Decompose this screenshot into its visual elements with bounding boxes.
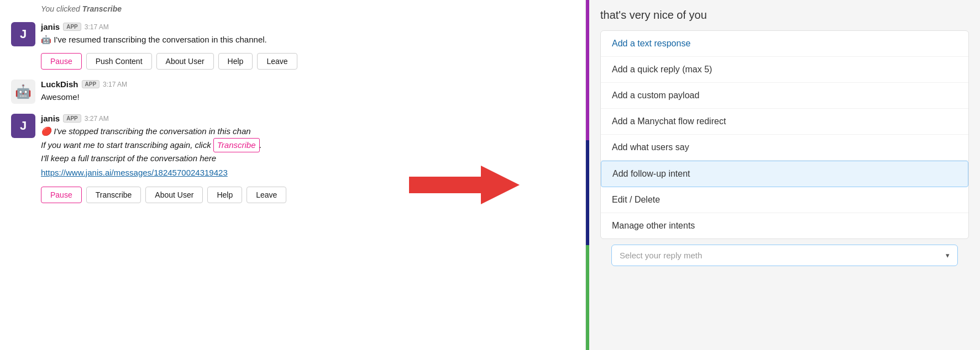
manage-intents-label: Manage other intents <box>612 221 695 230</box>
pause-button-2[interactable]: Pause <box>41 187 82 203</box>
timestamp-janis-1: 3:17 AM <box>85 23 109 31</box>
add-quick-reply-item[interactable]: Add a quick reply (max 5) <box>601 57 968 83</box>
chat-message-janis-1: J janis APP 3:17 AM 🤖 I've resumed trans… <box>11 22 574 46</box>
chevron-down-icon: ▾ <box>946 251 950 259</box>
transcribe-link[interactable]: Transcribe <box>213 138 260 153</box>
leave-button-1[interactable]: Leave <box>257 53 297 70</box>
add-what-users-label: Add what users say <box>612 142 689 152</box>
add-manychat-item[interactable]: Add a Manychat flow redirect <box>601 109 968 135</box>
manage-intents-item[interactable]: Manage other intents <box>601 213 968 238</box>
add-what-users-item[interactable]: Add what users say <box>601 135 968 161</box>
chat-panel: You clicked Transcribe J janis APP 3:17 … <box>0 0 586 350</box>
about-user-button-1[interactable]: About User <box>156 53 214 70</box>
username-janis-2: janis <box>41 114 60 123</box>
message-header-janis-1: janis APP 3:17 AM <box>41 22 574 31</box>
timestamp-janis-2: 3:27 AM <box>85 115 109 123</box>
message-text-janis-1: 🤖 I've resumed transcribing the conversa… <box>41 34 574 46</box>
you-clicked-bold: Transcribe <box>82 4 122 13</box>
chat-message-luckdish: 🤖 LuckDish APP 3:17 AM Awesome! <box>11 79 574 104</box>
button-row-janis-2: Pause Transcribe About User Help Leave <box>11 187 574 203</box>
message-header-janis-2: janis APP 3:27 AM <box>41 114 574 123</box>
add-text-response-label: Add a text response <box>612 39 690 48</box>
add-quick-reply-label: Add a quick reply (max 5) <box>612 65 712 74</box>
about-user-button-2[interactable]: About User <box>145 187 203 203</box>
select-reply-placeholder: Select your reply meth <box>620 251 702 260</box>
pause-button-1[interactable]: Pause <box>41 53 82 70</box>
app-badge-janis-1: APP <box>63 23 81 31</box>
message-text-janis-2: 🔴 I've stopped transcribing the conversa… <box>41 125 574 165</box>
add-manychat-label: Add a Manychat flow redirect <box>612 116 726 126</box>
edit-delete-label: Edit / Delete <box>612 195 660 204</box>
app-badge-luckdish: APP <box>82 80 100 88</box>
add-followup-item[interactable]: Add follow-up intent <box>601 161 968 187</box>
add-custom-payload-item[interactable]: Add a custom payload <box>601 83 968 109</box>
edit-delete-item[interactable]: Edit / Delete <box>601 187 968 213</box>
help-button-2[interactable]: Help <box>207 187 242 203</box>
select-reply-dropdown[interactable]: Select your reply meth ▾ <box>611 245 958 266</box>
transcribe-button[interactable]: Transcribe <box>86 187 142 203</box>
help-button-1[interactable]: Help <box>218 53 253 70</box>
add-text-response-item[interactable]: Add a text response <box>601 31 968 57</box>
timestamp-luckdish: 3:17 AM <box>103 81 127 88</box>
right-panel: that's very nice of you Add a text respo… <box>589 0 980 350</box>
message-content-janis-1: janis APP 3:17 AM 🤖 I've resumed transcr… <box>41 22 574 46</box>
add-custom-payload-label: Add a custom payload <box>612 91 699 100</box>
you-clicked-label: You clicked Transcribe <box>41 0 574 15</box>
leave-button-2[interactable]: Leave <box>247 187 286 203</box>
add-followup-label: Add follow-up intent <box>612 169 690 178</box>
message-header-luckdish: LuckDish APP 3:17 AM <box>41 79 574 89</box>
avatar-janis-1: J <box>11 22 35 46</box>
username-janis-1: janis <box>41 22 60 31</box>
transcript-link[interactable]: https://www.janis.ai/messages/1824570024… <box>41 168 228 177</box>
avatar-janis-2: J <box>11 114 35 138</box>
avatar-luckdish: 🤖 <box>11 79 35 104</box>
button-row-janis-1: Pause Push Content About User Help Leave <box>11 53 574 70</box>
intent-menu-card: Add a text response Add a quick reply (m… <box>600 30 969 239</box>
chat-message-janis-2: J janis APP 3:27 AM 🔴 I've stopped trans… <box>11 114 574 180</box>
context-text: that's very nice of you <box>600 9 969 22</box>
app-badge-janis-2: APP <box>63 114 81 123</box>
push-content-button[interactable]: Push Content <box>86 53 152 70</box>
username-luckdish: LuckDish <box>41 79 78 89</box>
message-content-janis-2: janis APP 3:27 AM 🔴 I've stopped transcr… <box>41 114 574 180</box>
message-text-luckdish: Awesome! <box>41 91 574 104</box>
message-content-luckdish: LuckDish APP 3:17 AM Awesome! <box>41 79 574 104</box>
